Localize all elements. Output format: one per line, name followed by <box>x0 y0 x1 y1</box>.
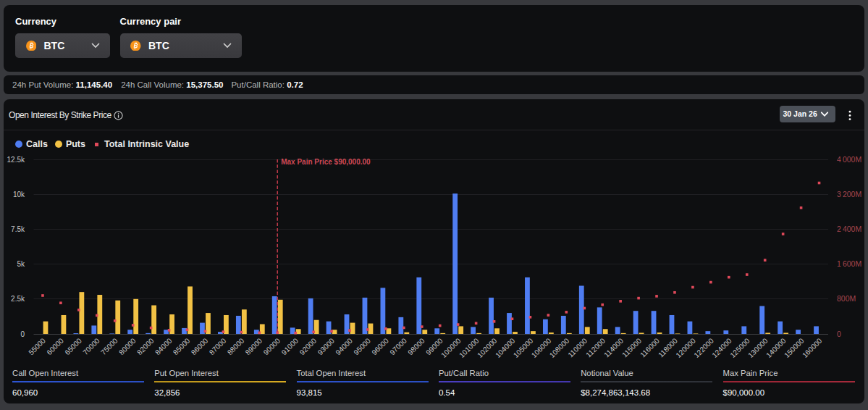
svg-text:114000: 114000 <box>602 336 625 359</box>
svg-text:84000: 84000 <box>153 336 174 356</box>
svg-text:7.5k: 7.5k <box>11 225 25 233</box>
svg-text:5k: 5k <box>17 260 25 268</box>
svg-text:96000: 96000 <box>370 336 390 356</box>
svg-text:98000: 98000 <box>406 336 426 356</box>
svg-text:160000: 160000 <box>801 336 824 359</box>
svg-text:115000: 115000 <box>620 336 643 359</box>
svg-text:55000: 55000 <box>27 336 47 356</box>
svg-text:92000: 92000 <box>298 336 319 356</box>
svg-text:89000: 89000 <box>244 336 264 356</box>
svg-text:110000: 110000 <box>566 336 589 359</box>
svg-text:97000: 97000 <box>388 336 408 356</box>
svg-text:112000: 112000 <box>584 336 607 359</box>
svg-text:86000: 86000 <box>190 336 210 356</box>
svg-text:85000: 85000 <box>172 336 192 356</box>
svg-text:800M: 800M <box>837 294 856 303</box>
svg-text:0: 0 <box>20 330 25 338</box>
svg-text:80000: 80000 <box>117 336 138 356</box>
svg-text:60000: 60000 <box>45 336 65 356</box>
svg-text:Max Pain Price $90,000.00: Max Pain Price $90,000.00 <box>281 158 371 166</box>
svg-text:65000: 65000 <box>63 336 83 356</box>
svg-text:94000: 94000 <box>334 336 354 356</box>
svg-text:4 000M: 4 000M <box>837 155 861 164</box>
svg-text:2 400M: 2 400M <box>837 225 861 233</box>
svg-text:70000: 70000 <box>81 336 101 356</box>
svg-text:12.5k: 12.5k <box>7 156 25 164</box>
svg-text:90000: 90000 <box>262 336 282 356</box>
svg-text:82000: 82000 <box>135 336 156 356</box>
svg-text:108000: 108000 <box>548 336 571 359</box>
svg-text:10k: 10k <box>13 191 25 198</box>
svg-text:75000: 75000 <box>99 336 119 356</box>
svg-text:3 200M: 3 200M <box>837 190 861 198</box>
svg-text:2.5k: 2.5k <box>11 295 25 303</box>
svg-text:1 600M: 1 600M <box>837 259 861 268</box>
svg-text:87000: 87000 <box>208 336 228 356</box>
svg-text:88000: 88000 <box>226 336 246 356</box>
svg-text:95000: 95000 <box>352 336 372 356</box>
svg-text:93000: 93000 <box>316 336 337 356</box>
svg-text:116000: 116000 <box>639 336 661 359</box>
svg-text:91000: 91000 <box>280 336 300 356</box>
svg-text:0: 0 <box>837 330 841 338</box>
